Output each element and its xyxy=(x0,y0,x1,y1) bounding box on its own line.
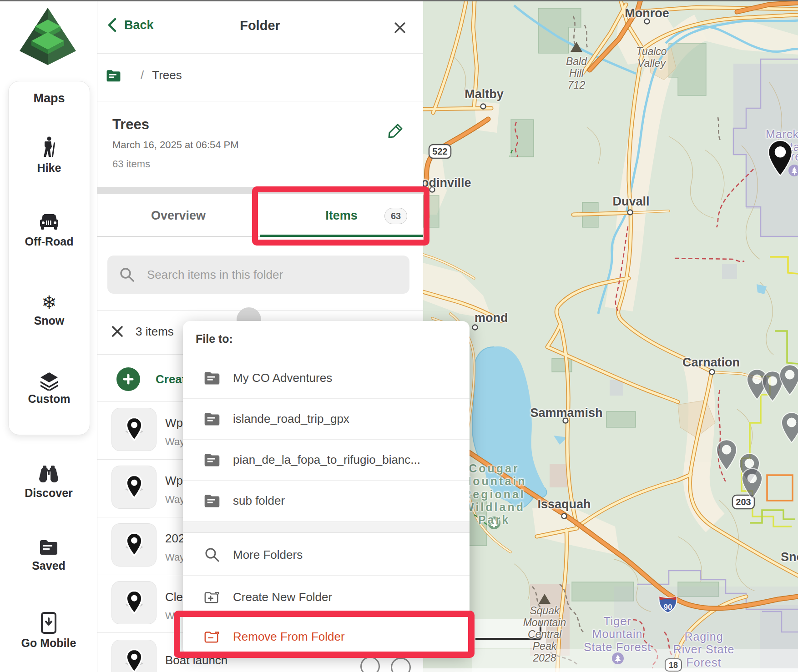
file-to-title: File to: xyxy=(196,332,233,346)
list-item-title: Cle xyxy=(165,590,183,604)
sidebar-item-custom[interactable]: Custom xyxy=(9,371,90,406)
sidebar-item-discover[interactable]: Discover xyxy=(8,465,89,500)
hiker-icon xyxy=(39,136,59,159)
folder-icon xyxy=(204,370,220,386)
menu-folder-option[interactable]: islande_road_trip_gpx xyxy=(183,398,470,439)
folder-icon xyxy=(204,411,220,427)
tab-overview-label: Overview xyxy=(151,209,206,223)
menu-folder-label: islande_road_trip_gpx xyxy=(233,412,349,426)
list-item-subtitle: Way xyxy=(165,494,185,506)
app-window: { "sidebar": { "maps_title": "Maps", "it… xyxy=(0,0,798,672)
menu-folder-label: My CO Adventures xyxy=(233,371,332,385)
menu-folder-option[interactable]: My CO Adventures xyxy=(183,357,470,398)
window-top-border xyxy=(0,0,798,1)
search-icon xyxy=(204,547,220,563)
waypoint-thumbnail xyxy=(111,581,157,624)
menu-more-folders[interactable]: More Folders xyxy=(183,534,470,575)
plus-circle-icon xyxy=(116,367,140,391)
menu-remove-from-folder[interactable]: Remove From Folder xyxy=(183,616,470,657)
menu-folder-label: sub folder xyxy=(233,494,285,508)
panel-title: Folder xyxy=(97,18,423,33)
layers-icon xyxy=(39,371,60,391)
menu-create-new-folder[interactable]: Create New Folder xyxy=(183,577,470,617)
list-item-subtitle: Way xyxy=(165,552,185,563)
search-icon xyxy=(118,266,136,284)
svg-text:522: 522 xyxy=(432,146,447,156)
sidebar-item-offroad[interactable]: Off-Road xyxy=(9,212,90,248)
app-sidebar: Maps Hike Off-Road ❄ Snow Custom Discove… xyxy=(0,0,97,672)
breadcrumb-current[interactable]: Trees xyxy=(152,68,182,82)
maps-card: Maps Hike Off-Road ❄ Snow Custom xyxy=(8,81,90,435)
svg-text:18: 18 xyxy=(669,661,678,670)
menu-folder-label: pian_de_la_fopa_to_rifugio_bianc... xyxy=(233,453,420,467)
sidebar-item-label: Saved xyxy=(8,559,89,572)
map-canvas[interactable]: 522 203 18 90 xyxy=(423,0,798,672)
clear-selection-icon[interactable] xyxy=(111,325,124,338)
waypoint-thumbnail xyxy=(111,523,157,567)
list-item-title: Wp xyxy=(165,474,183,488)
tab-overview[interactable]: Overview xyxy=(97,194,260,237)
list-item-subtitle: Wa xyxy=(165,610,180,622)
breadcrumb-separator: / xyxy=(141,68,144,82)
folder-item-count: 63 items xyxy=(112,158,150,170)
selection-count: 3 items xyxy=(136,325,174,339)
waypoint-pin-icon xyxy=(121,589,147,617)
binoculars-icon xyxy=(38,465,59,483)
waypoint-thumbnail xyxy=(111,408,157,451)
folder-plus-icon xyxy=(204,589,220,605)
menu-folder-option[interactable]: sub folder xyxy=(183,480,470,521)
tab-divider xyxy=(97,236,260,237)
sidebar-item-label: Discover xyxy=(8,486,89,500)
create-button[interactable]: Create xyxy=(116,367,192,391)
tabs-strip xyxy=(97,187,423,194)
menu-folder-option[interactable]: pian_de_la_fopa_to_rifugio_bianc... xyxy=(183,439,470,480)
waypoint-thumbnail xyxy=(111,640,157,672)
tab-items-label: Items xyxy=(325,209,358,223)
svg-text:203: 203 xyxy=(736,497,751,507)
tab-items[interactable]: Items 63 xyxy=(260,194,423,237)
phone-download-icon xyxy=(41,612,56,634)
waypoint-pin-icon xyxy=(121,416,147,443)
waypoint-pin-icon xyxy=(121,648,147,672)
jeep-icon xyxy=(38,212,60,232)
active-tab-underline xyxy=(260,235,423,237)
list-item-title: 202 xyxy=(165,532,185,546)
menu-section-separator xyxy=(183,522,470,533)
maps-title: Maps xyxy=(9,91,90,105)
folder-name: Trees xyxy=(112,116,149,133)
menu-more-folders-label: More Folders xyxy=(233,548,303,562)
search-input[interactable] xyxy=(107,256,409,294)
sidebar-item-hike[interactable]: Hike xyxy=(9,136,90,175)
sidebar-item-label: Off-Road xyxy=(9,235,90,248)
waypoint-pin-icon xyxy=(121,474,147,501)
waypoint-pin-icon xyxy=(121,532,147,559)
menu-remove-from-folder-label: Remove From Folder xyxy=(233,630,345,644)
folder-icon xyxy=(39,539,58,555)
file-to-menu: File to: My CO Adventures islande_road_t… xyxy=(183,321,470,655)
close-icon[interactable] xyxy=(393,20,407,35)
sidebar-item-label: Hike xyxy=(9,161,90,175)
svg-text:90: 90 xyxy=(664,603,672,612)
sidebar-item-go-mobile[interactable]: Go Mobile xyxy=(8,612,89,650)
sidebar-item-snow[interactable]: ❄ Snow xyxy=(9,291,90,327)
sidebar-item-saved[interactable]: Saved xyxy=(8,539,89,572)
sidebar-item-label: Go Mobile xyxy=(8,637,89,650)
sidebar-item-label: Custom xyxy=(9,392,90,406)
menu-create-new-folder-label: Create New Folder xyxy=(233,590,332,604)
folder-minus-icon xyxy=(204,628,220,645)
sidebar-item-label: Snow xyxy=(9,314,90,327)
gaia-logo[interactable] xyxy=(17,8,79,65)
list-item-subtitle: Way xyxy=(165,436,185,448)
list-item-title: Wp xyxy=(165,416,183,430)
waypoint-thumbnail xyxy=(111,466,157,509)
tab-items-count-badge: 63 xyxy=(384,208,407,224)
folder-icon xyxy=(204,492,220,509)
root-folder-icon[interactable] xyxy=(106,69,121,82)
folder-icon xyxy=(204,451,220,468)
edit-pencil-icon[interactable] xyxy=(386,122,404,140)
folder-modified-date: March 16, 2025 at 06:54 PM xyxy=(112,139,239,151)
breadcrumb: / Trees xyxy=(106,68,182,82)
snowflake-icon: ❄ xyxy=(9,291,90,313)
